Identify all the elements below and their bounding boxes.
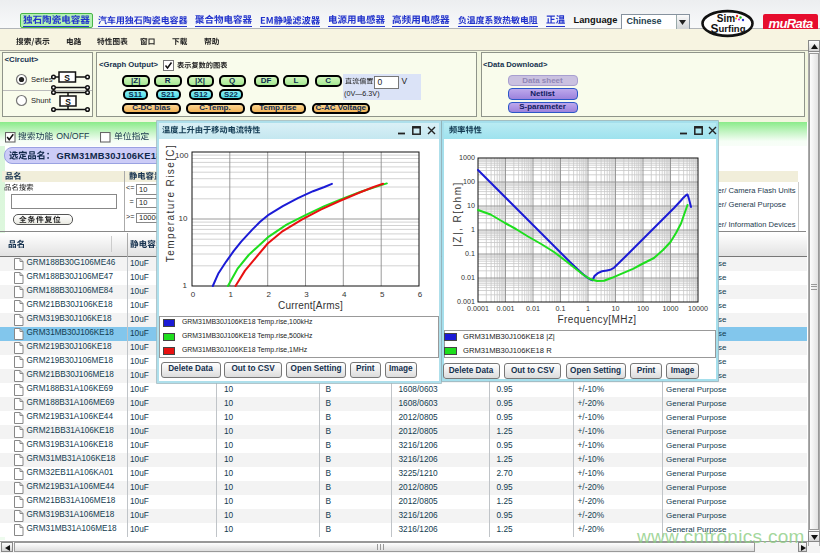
svg-text:urfing: urfing	[719, 22, 746, 33]
svg-text:S: S	[710, 21, 718, 35]
